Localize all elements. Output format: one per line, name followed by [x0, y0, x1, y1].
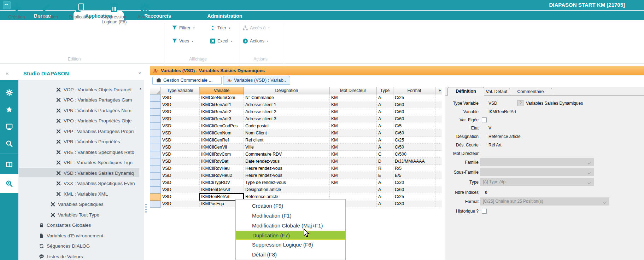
cell-designation[interactable]: Adresse client 2 [244, 109, 330, 115]
cell-format[interactable]: C/30 [393, 201, 435, 207]
cell-designation[interactable]: Commentaire RDV [244, 151, 330, 158]
cell-type[interactable]: A [377, 130, 393, 137]
row-selector[interactable] [150, 179, 161, 186]
cell-format[interactable]: D/JJ/MM/AAAA [393, 158, 435, 165]
cell-type[interactable]: C [377, 151, 393, 158]
chevron-down-icon[interactable] [154, 17, 158, 21]
cell-designation[interactable]: Nom Client [244, 130, 330, 137]
rail-columns-icon[interactable] [0, 155, 18, 174]
row-selector[interactable] [150, 172, 161, 179]
cell-type[interactable]: A [377, 193, 393, 200]
cell-type[interactable]: A [377, 201, 393, 207]
column-header-variable[interactable]: Variable [200, 87, 244, 95]
cell-designation[interactable]: Ref client [244, 137, 330, 144]
column-header-format[interactable]: Format [393, 87, 435, 95]
context-menu-item-modification[interactable]: Modification Globale (Maj+F1) [236, 221, 345, 231]
vues-button[interactable]: Vues [172, 37, 194, 45]
cell-mot_directeur[interactable]: KM [330, 102, 377, 108]
sidebar-collapse-button[interactable]: « [6, 70, 8, 76]
cell-variable[interactable]: IKMCliGenVil [200, 144, 244, 151]
cell-designation[interactable]: Adresse client 1 [244, 102, 330, 108]
actions-button[interactable]: Actions [242, 37, 269, 45]
cell-designation[interactable]: Heure rendez-vous [244, 165, 330, 172]
sidebar-item-vpr[interactable]: VPR : Variables Propriétés [56, 138, 120, 146]
filtrer-button[interactable]: Filtrer [172, 24, 195, 31]
cell-variable[interactable]: IKMCliRdvCom [200, 151, 244, 158]
cell-type[interactable]: A [377, 123, 393, 129]
trier-button[interactable]: Trier [210, 24, 231, 31]
sidebar-close-icon[interactable]: × [138, 70, 141, 76]
dropdown-type[interactable]: [A] Type Alp. [480, 178, 594, 186]
cell-mot_directeur[interactable]: KM [330, 116, 377, 122]
sidebar-item-vpn[interactable]: VPN : Variables Partagées Nom [56, 106, 131, 115]
column-header-désignation[interactable]: Désignation [244, 87, 330, 95]
select-all-header[interactable] [150, 87, 161, 95]
ribbon-tab-administration[interactable]: Administration [200, 12, 250, 20]
cell-format[interactable]: C/60 [393, 109, 435, 115]
sidebar-item-xml[interactable]: XML : Variables XML [56, 190, 108, 198]
context-menu-item-duplication[interactable]: Duplication (F7) [236, 231, 345, 240]
dropdown-format[interactable]: [C/25] Chaîne sur 25 Position(s) [480, 197, 609, 206]
sidebar-item-listes[interactable]: Listes de Valeurs [39, 252, 83, 260]
sidebar-item-variables[interactable]: Variables Spécifiques [50, 200, 104, 209]
rail-favorites-star-icon[interactable] [0, 101, 18, 118]
cell-type[interactable]: D [377, 158, 393, 165]
cell-designation[interactable]: Adresse client 3 [244, 116, 330, 122]
row-selector[interactable] [150, 123, 161, 130]
tree-scroll-up-icon[interactable]: ▲ [139, 87, 142, 90]
cell-type_variable[interactable]: VSD [161, 172, 200, 179]
row-selector[interactable] [150, 151, 161, 158]
cell-mot_directeur[interactable]: KM [330, 109, 377, 115]
sidebar-item-vsd[interactable]: VSD : Variables Saisies Dynamiq [56, 169, 134, 177]
cell-format[interactable]: R/5 [393, 165, 435, 172]
cell-designation[interactable]: Désignation article [244, 186, 330, 193]
cell-type_variable[interactable]: VSD [161, 102, 200, 108]
cell-designation[interactable]: Date rendez-vous [244, 158, 330, 165]
checkbox-historique[interactable] [482, 209, 487, 214]
cell-designation[interactable]: N° Commande [244, 94, 330, 101]
row-selector[interactable] [150, 94, 161, 102]
column-header-type[interactable]: Type [377, 87, 393, 95]
cell-format[interactable]: C/25 [393, 193, 435, 200]
cell-type_variable[interactable]: VSD [161, 158, 200, 165]
cell-format[interactable]: C/60 [393, 116, 435, 122]
panel-tab-3[interactable]: Commentaire [509, 88, 552, 96]
cell-type_variable[interactable]: VSD [161, 144, 200, 151]
cell-format[interactable]: C/20 [393, 179, 435, 186]
cell-type_variable[interactable]: VSD [161, 179, 200, 186]
cell-type_variable[interactable]: VSD [161, 94, 200, 101]
column-header-type-variable[interactable]: Type Variable [161, 87, 200, 95]
cell-type_variable[interactable]: VSD [161, 193, 200, 200]
cell-designation[interactable]: Heure rendez-vous [244, 172, 330, 179]
sidebar-item-vpg[interactable]: VPG : Variables Partagées Gam [56, 96, 132, 104]
cell-format[interactable]: C/5 [393, 123, 435, 129]
row-selector[interactable] [150, 109, 161, 116]
cell-type[interactable]: A [377, 94, 393, 101]
cell-mot_directeur[interactable] [330, 186, 377, 193]
cell-mot_directeur[interactable]: KM [330, 94, 377, 101]
cell-variable[interactable]: IKMGenDesArt [200, 186, 244, 193]
duplication-button[interactable]: Duplication [64, 2, 95, 19]
help-button[interactable]: ? [517, 100, 523, 106]
cell-variable[interactable]: IKMCliGenRef [200, 137, 244, 144]
cell-type_variable[interactable]: VSD [161, 201, 200, 207]
cell-designation[interactable]: Code postal [244, 123, 330, 129]
row-selector[interactable] [150, 116, 161, 123]
création-button[interactable]: Création [1, 2, 32, 19]
rail-desktop-icon[interactable] [0, 118, 18, 135]
cell-mot_directeur[interactable]: KM [330, 179, 377, 186]
cell-type[interactable]: A [377, 144, 393, 151]
cell-type_variable[interactable]: VSD [161, 137, 200, 144]
cell-mot_directeur[interactable]: KM [330, 172, 377, 179]
sidebar-item-constantes[interactable]: Constantes Globales [39, 221, 91, 230]
context-menu-item-création[interactable]: Création (F9) [236, 201, 345, 211]
cell-type[interactable]: E [377, 172, 393, 179]
document-tab-2[interactable]: AVariables (VSD) : Variab... [223, 76, 290, 85]
cell-variable[interactable]: IKMCliGenNom [200, 130, 244, 137]
column-header-f[interactable]: F [435, 87, 442, 95]
cell-type_variable[interactable]: VSD [161, 123, 200, 129]
row-selector[interactable] [150, 102, 161, 109]
rail-search-pin-icon[interactable] [0, 174, 18, 193]
cell-mot_directeur[interactable]: KM [330, 158, 377, 165]
rail-modules-gear-icon[interactable] [0, 84, 18, 101]
